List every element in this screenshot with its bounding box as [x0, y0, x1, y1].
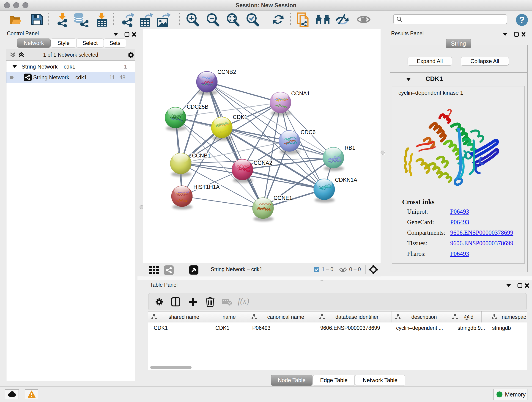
svg-text:CCNB1: CCNB1 — [192, 153, 210, 159]
svg-text:CCNE1: CCNE1 — [273, 195, 292, 201]
svg-text:CDC6: CDC6 — [301, 129, 316, 135]
svg-text:HIST1H1A: HIST1H1A — [193, 184, 220, 190]
svg-text:?: ? — [519, 15, 525, 25]
svg-text:CCNA1: CCNA1 — [291, 90, 310, 96]
svg-text:CCNA2: CCNA2 — [254, 160, 272, 166]
svg-text:RB1: RB1 — [345, 145, 355, 151]
svg-text:CDK1: CDK1 — [233, 114, 247, 120]
svg-text:CCNB2: CCNB2 — [217, 69, 236, 75]
svg-text:CDKN1A: CDKN1A — [335, 177, 357, 183]
svg-text:CDC25B: CDC25B — [187, 104, 209, 110]
